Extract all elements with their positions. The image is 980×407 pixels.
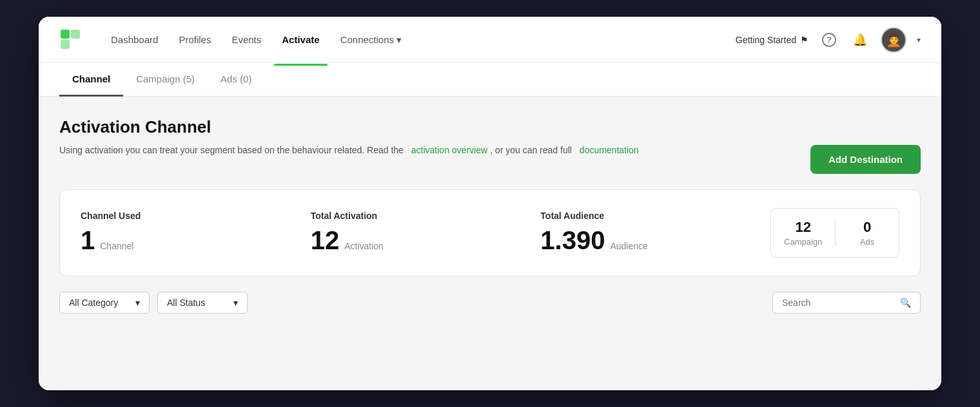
- activation-number: 12: [311, 226, 340, 255]
- nav-activate[interactable]: Activate: [274, 29, 327, 50]
- help-button[interactable]: ?: [819, 30, 839, 50]
- desc-part1: Using activation you can treat your segm…: [59, 145, 404, 155]
- audience-value-row: 1.390 Audience: [540, 226, 740, 255]
- nav-connections[interactable]: Connections ▾: [333, 29, 409, 51]
- compact-stats-card: 12 Campaign 0 Ads: [770, 208, 899, 258]
- total-audience-stat: Total Audience 1.390 Audience: [540, 211, 740, 255]
- app-container: Dashboard Profiles Events Activate Conne…: [39, 17, 941, 390]
- avatar-emoji: 🧑‍🦱: [886, 32, 902, 48]
- category-filter[interactable]: All Category ▾: [59, 292, 150, 314]
- search-icon: 🔍: [900, 298, 911, 308]
- flag-icon: ⚑: [800, 35, 808, 45]
- channel-used-stat: Channel Used 1 Channel: [81, 211, 280, 255]
- ads-compact-label: Ads: [848, 237, 886, 247]
- channel-used-value-row: 1 Channel: [81, 226, 280, 255]
- svg-rect-1: [71, 30, 80, 39]
- user-menu-chevron-icon[interactable]: ▾: [917, 35, 921, 44]
- documentation-link[interactable]: documentation: [580, 145, 639, 155]
- channel-used-label: Channel Used: [81, 211, 280, 221]
- activation-overview-link[interactable]: activation overview: [411, 145, 487, 155]
- status-filter[interactable]: All Status ▾: [157, 292, 248, 314]
- ads-compact-stat: 0 Ads: [836, 219, 899, 247]
- total-activation-stat: Total Activation 12 Activation: [311, 211, 510, 255]
- getting-started-button[interactable]: Getting Started ⚑: [736, 35, 808, 45]
- notifications-button[interactable]: 🔔: [850, 30, 870, 50]
- app-logo[interactable]: [59, 28, 83, 52]
- getting-started-label: Getting Started: [736, 35, 796, 45]
- filter-row: All Category ▾ All Status ▾ 🔍: [59, 292, 921, 314]
- nav-profiles[interactable]: Profiles: [171, 29, 219, 50]
- channel-unit: Channel: [100, 241, 133, 251]
- status-filter-label: All Status: [167, 298, 205, 308]
- channel-number: 1: [81, 226, 95, 255]
- category-filter-label: All Category: [69, 298, 118, 308]
- description-row: Using activation you can treat your segm…: [59, 145, 921, 174]
- search-box: 🔍: [772, 292, 921, 314]
- stats-card: Channel Used 1 Channel Total Activation …: [59, 189, 921, 276]
- audience-number: 1.390: [540, 226, 605, 255]
- browser-frame: Dashboard Profiles Events Activate Conne…: [39, 17, 941, 390]
- desc-part2: , or you can read full: [490, 145, 572, 155]
- category-chevron-icon: ▾: [135, 298, 140, 308]
- top-nav: Dashboard Profiles Events Activate Conne…: [39, 17, 941, 63]
- audience-unit: Audience: [610, 241, 647, 251]
- nav-links: Dashboard Profiles Events Activate Conne…: [103, 29, 715, 51]
- tab-channel[interactable]: Channel: [59, 63, 123, 97]
- user-avatar[interactable]: 🧑‍🦱: [881, 27, 906, 53]
- search-input[interactable]: [782, 298, 895, 308]
- help-icon: ?: [822, 33, 836, 47]
- nav-events[interactable]: Events: [224, 29, 269, 50]
- campaign-compact-stat: 12 Campaign: [771, 219, 835, 247]
- campaign-compact-number: 12: [784, 219, 822, 236]
- status-chevron-icon: ▾: [233, 298, 238, 308]
- svg-rect-0: [61, 30, 70, 39]
- tab-ads[interactable]: Ads (0): [208, 63, 264, 97]
- connections-chevron-icon: ▾: [397, 34, 402, 46]
- total-activation-label: Total Activation: [311, 211, 510, 221]
- tab-bar: Channel Campaign (5) Ads (0): [39, 63, 941, 97]
- total-audience-label: Total Audience: [540, 211, 740, 221]
- description-paragraph: Using activation you can treat your segm…: [59, 145, 798, 155]
- activation-unit: Activation: [344, 241, 384, 251]
- nav-right: Getting Started ⚑ ? 🔔 🧑‍🦱 ▾: [736, 27, 921, 53]
- main-content: Activation Channel Using activation you …: [39, 97, 941, 390]
- page-title: Activation Channel: [59, 117, 921, 137]
- bell-icon: 🔔: [853, 33, 867, 47]
- filter-left: All Category ▾ All Status ▾: [59, 292, 248, 314]
- tab-campaign[interactable]: Campaign (5): [123, 63, 208, 97]
- ads-compact-number: 0: [848, 219, 886, 236]
- description-text: Using activation you can treat your segm…: [59, 145, 798, 158]
- campaign-compact-label: Campaign: [784, 237, 822, 247]
- svg-rect-2: [61, 40, 70, 49]
- add-destination-button[interactable]: Add Destination: [810, 145, 921, 174]
- activation-value-row: 12 Activation: [311, 226, 510, 255]
- nav-dashboard[interactable]: Dashboard: [103, 29, 166, 50]
